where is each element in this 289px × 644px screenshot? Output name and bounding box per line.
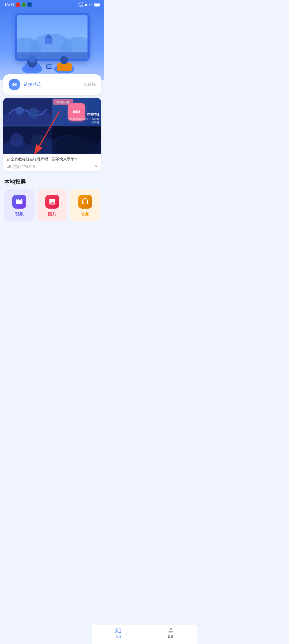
svg-rect-3 — [28, 3, 31, 6]
signal-icon — [7, 165, 11, 168]
battery-icon — [94, 3, 100, 7]
section-title: 本地投屏 — [4, 178, 100, 186]
ad-image-area: 《泽塔奥特曼》 《泽塔奥特曼》 — [3, 98, 101, 154]
ad-close-button[interactable]: × — [95, 164, 97, 169]
ad-card[interactable]: 《泽塔奥特曼》 《泽塔奥特曼》 — [3, 98, 101, 171]
app-icon-3 — [27, 2, 32, 7]
ad-footer: 广告 哔哩哔哩 × — [7, 164, 97, 169]
audio-icon-bg — [78, 195, 92, 209]
connection-title: 链接状态 — [24, 81, 42, 87]
ad-illustration-left — [3, 98, 52, 126]
bell-icon — [84, 3, 88, 7]
connection-status: 未连接 — [84, 82, 96, 87]
ad-cell-top-right: 《泽塔奥特曼》 bilibili 哔哩哔哩 这里的视频太棒了！就在哔哩哔哩 — [52, 98, 101, 126]
svg-rect-27 — [47, 65, 52, 68]
link-icon — [12, 82, 17, 87]
svg-point-2 — [22, 3, 25, 6]
ad-cell-bottom-right — [52, 126, 101, 154]
svg-point-30 — [16, 106, 24, 115]
cast-option-audio[interactable]: 音频 — [70, 189, 100, 221]
cast-options: 视频 图片 音频 — [4, 189, 100, 221]
svg-point-25 — [60, 56, 68, 64]
cast-image-label: 图片 — [48, 211, 56, 217]
ad-label: 广告 — [13, 164, 21, 169]
app-icon-1: ❖ — [16, 2, 20, 7]
wifi-icon — [89, 3, 93, 7]
svg-point-31 — [28, 108, 39, 119]
hero-illustration — [5, 13, 99, 72]
ad-grid: 《泽塔奥特曼》 《泽塔奥特曼》 — [3, 98, 101, 154]
app-icons-left: 13:17 ❖ — [4, 2, 32, 7]
phone-wrapper: 13:17 ❖ 4.20KB/s — [0, 0, 104, 246]
status-icons-right: 4.20KB/s — [78, 2, 100, 7]
ad-illustration-bottom-right — [52, 126, 101, 154]
link-icon-circle — [9, 79, 20, 90]
svg-text:❖: ❖ — [17, 4, 19, 6]
status-bar: 13:17 ❖ 4.20KB/s — [0, 0, 104, 9]
bilibili-subtitle: 《泽塔奥特曼》 — [53, 99, 73, 105]
ad-illustration-bottom-left — [3, 126, 52, 154]
image-icon — [48, 198, 56, 205]
ad-description: 超全的教程就在哔哩哔哩，还不快来学学？ — [7, 157, 97, 162]
video-icon-bg — [12, 195, 26, 209]
local-cast-section: 本地投屏 视频 图片 — [0, 174, 104, 224]
audio-icon — [81, 198, 89, 205]
svg-point-33 — [10, 133, 24, 147]
people-svg — [12, 44, 92, 73]
svg-rect-6 — [94, 4, 99, 6]
svg-point-22 — [28, 55, 36, 63]
svg-rect-15 — [45, 38, 52, 44]
connection-card[interactable]: 链接状态 未连接 — [3, 74, 101, 95]
cast-audio-label: 音频 — [81, 211, 89, 217]
cast-video-label: 视频 — [15, 211, 24, 217]
hero-section — [0, 9, 104, 80]
svg-point-34 — [31, 135, 47, 151]
cast-option-video[interactable]: 视频 — [4, 189, 35, 221]
ad-cell-bottom-left — [3, 126, 52, 154]
connection-left: 链接状态 — [9, 79, 42, 90]
video-icon — [16, 198, 23, 205]
bilibili-desc-text: 这里的视频太棒了！就在哔哩哔哩 — [67, 117, 100, 124]
ad-source-name: 哔哩哔哩 — [22, 164, 35, 169]
network-speed: 4.20KB/s — [78, 2, 83, 7]
cast-option-image[interactable]: 图片 — [37, 189, 67, 221]
bilibili-desc: 哔哩哔哩 这里的视频太棒了！就在哔哩哔哩 — [67, 112, 100, 124]
svg-rect-5 — [99, 4, 100, 6]
ad-source: 广告 哔哩哔哩 — [7, 164, 35, 169]
status-time: 13:17 — [4, 2, 14, 7]
ad-cell-top-left: 《泽塔奥特曼》 — [3, 98, 52, 126]
bilibili-subtitle-text: 《泽塔奥特曼》 — [55, 101, 72, 104]
ad-bottom: 超全的教程就在哔哩哔哩，还不快来学学？ 广告 哔哩哔哩 × — [3, 154, 101, 171]
app-icon-2 — [21, 2, 26, 7]
image-icon-bg — [45, 195, 59, 209]
bilibili-name: 哔哩哔哩 — [67, 112, 100, 117]
